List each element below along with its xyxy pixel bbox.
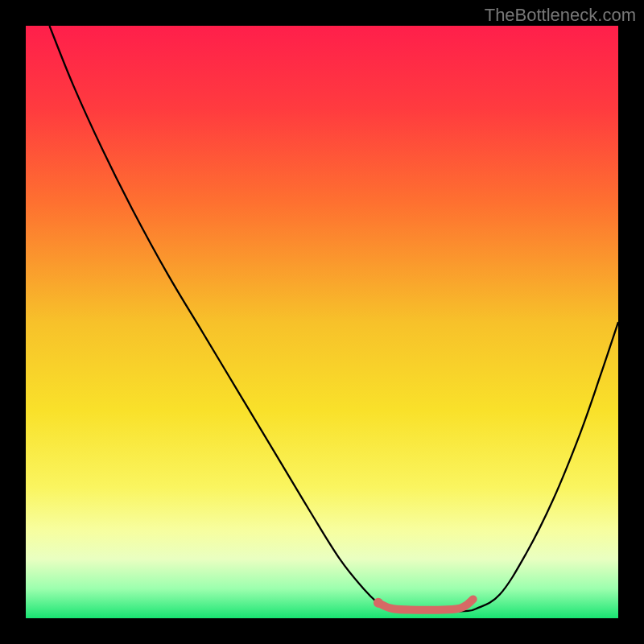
watermark-label: TheBottleneck.com [485,5,636,26]
chart-root: TheBottleneck.com [0,0,644,644]
chart-svg [26,26,618,618]
plot-area [26,26,618,618]
marker-layer [374,598,383,608]
optimal-start-dot [374,598,383,608]
